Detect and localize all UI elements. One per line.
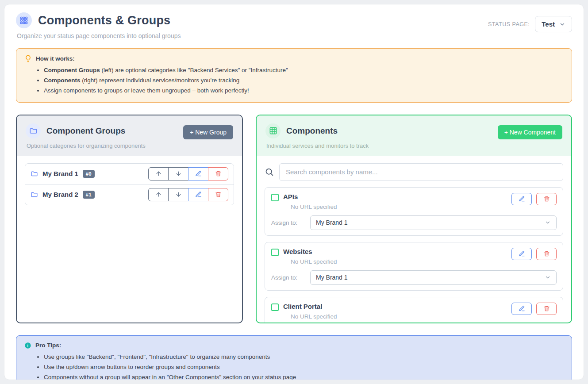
assign-group-value: My Brand 1 xyxy=(316,219,348,226)
components-panel-subtitle: Individual services and monitors to trac… xyxy=(266,142,562,149)
trash-icon xyxy=(543,250,550,257)
folder-icon xyxy=(31,191,38,198)
edit-component-button[interactable] xyxy=(511,193,532,205)
info-icon xyxy=(24,342,31,349)
group-row: My Brand 1 #0 xyxy=(25,164,234,184)
status-page-select[interactable]: Test xyxy=(535,16,572,32)
move-down-button[interactable] xyxy=(168,167,188,180)
delete-group-button[interactable] xyxy=(208,188,228,201)
arrow-up-icon xyxy=(155,191,162,198)
arrow-down-icon xyxy=(175,191,182,198)
component-url-status: No URL specified xyxy=(291,258,337,265)
trash-icon xyxy=(543,305,550,312)
pencil-icon xyxy=(519,305,525,312)
component-name: Websites xyxy=(283,248,337,255)
arrow-up-icon xyxy=(155,170,162,177)
page-header: Components & Groups Organize your status… xyxy=(16,12,572,39)
assign-group-value: My Brand 1 xyxy=(316,274,348,281)
component-checkbox[interactable] xyxy=(271,194,279,201)
components-grid-icon xyxy=(16,12,32,28)
new-group-button[interactable]: + New Group xyxy=(183,125,233,139)
component-card: APIs No URL specified Assign to: My Bran… xyxy=(265,187,563,236)
component-url-status: No URL specified xyxy=(291,204,337,210)
delete-component-button[interactable] xyxy=(536,193,557,205)
how-it-works-bullet: Components (right) represent individual … xyxy=(44,77,564,84)
edit-group-button[interactable] xyxy=(188,188,208,201)
status-page-value: Test xyxy=(542,20,555,28)
component-groups-panel: Component Groups Optional categories for… xyxy=(16,115,243,323)
how-it-works-bullet: Component Groups (left) are optional cat… xyxy=(44,66,564,74)
pro-tips-box: Pro Tips: Use groups like "Backend", "Fr… xyxy=(16,335,572,380)
group-row: My Brand 2 #1 xyxy=(25,184,234,205)
move-up-button[interactable] xyxy=(148,167,169,180)
group-list: My Brand 1 #0 My Brand 2 xyxy=(25,163,234,205)
delete-component-button[interactable] xyxy=(536,248,557,260)
lightbulb-icon xyxy=(24,55,32,62)
pro-tips-title: Pro Tips: xyxy=(35,342,61,349)
chevron-down-icon xyxy=(559,21,565,27)
new-component-button[interactable]: + New Component xyxy=(498,125,562,139)
table-grid-icon xyxy=(265,123,281,138)
edit-group-button[interactable] xyxy=(188,167,208,180)
group-order-badge: #0 xyxy=(83,170,95,178)
delete-component-button[interactable] xyxy=(536,303,557,315)
chevron-down-icon xyxy=(545,274,551,280)
page-card: Components & Groups Organize your status… xyxy=(4,4,584,380)
edit-component-button[interactable] xyxy=(511,303,532,315)
pencil-icon xyxy=(195,170,202,177)
chevron-down-icon xyxy=(545,219,551,226)
assign-to-label: Assign to: xyxy=(271,219,310,226)
move-up-button[interactable] xyxy=(148,188,169,201)
search-icon xyxy=(265,167,274,177)
edit-component-button[interactable] xyxy=(511,248,532,260)
pro-tips-bullet: Use the up/down arrow buttons to reorder… xyxy=(44,363,564,371)
how-it-works-bullet: Assign components to groups or leave the… xyxy=(44,87,564,95)
how-it-works-box: How it works: Component Groups (left) ar… xyxy=(16,48,572,103)
pencil-icon xyxy=(519,196,525,202)
component-url-status: No URL specified xyxy=(291,313,337,320)
groups-panel-title: Component Groups xyxy=(46,126,125,136)
pencil-icon xyxy=(519,250,525,257)
assign-group-select[interactable]: My Brand 1 xyxy=(310,215,557,230)
page-title: Components & Groups xyxy=(38,14,170,27)
pencil-icon xyxy=(195,191,202,198)
group-name: My Brand 1 xyxy=(42,170,78,177)
status-page-label: STATUS PAGE: xyxy=(488,21,530,27)
group-name: My Brand 2 xyxy=(42,191,78,198)
folder-icon xyxy=(26,123,41,138)
components-panel-title: Components xyxy=(286,126,338,136)
component-checkbox[interactable] xyxy=(271,249,279,256)
component-checkbox[interactable] xyxy=(271,303,279,311)
delete-group-button[interactable] xyxy=(208,167,228,180)
component-card: Client Portal No URL specified Assign to… xyxy=(265,297,563,323)
pro-tips-list: Use groups like "Backend", "Frontend", "… xyxy=(44,353,564,380)
components-panel: Components Individual services and monit… xyxy=(256,115,572,323)
move-down-button[interactable] xyxy=(168,188,188,201)
how-it-works-title: How it works: xyxy=(36,55,75,62)
how-it-works-list: Component Groups (left) are optional cat… xyxy=(44,66,564,95)
groups-panel-subtitle: Optional categories for organizing compo… xyxy=(27,142,233,149)
folder-icon xyxy=(31,170,38,177)
assign-to-label: Assign to: xyxy=(271,274,310,281)
arrow-down-icon xyxy=(175,170,182,177)
pro-tips-bullet: Use groups like "Backend", "Frontend", "… xyxy=(44,353,564,361)
search-input[interactable] xyxy=(279,163,563,181)
trash-icon xyxy=(215,170,222,177)
pro-tips-bullet: Components without a group will appear i… xyxy=(44,373,564,380)
trash-icon xyxy=(215,191,222,198)
component-card: Websites No URL specified Assign to: My … xyxy=(265,242,563,291)
group-order-badge: #1 xyxy=(83,191,95,199)
assign-group-select[interactable]: My Brand 1 xyxy=(310,270,557,285)
component-name: Client Portal xyxy=(283,303,337,310)
trash-icon xyxy=(543,196,550,202)
page-subtitle: Organize your status page components int… xyxy=(17,32,181,39)
component-name: APIs xyxy=(283,193,337,200)
